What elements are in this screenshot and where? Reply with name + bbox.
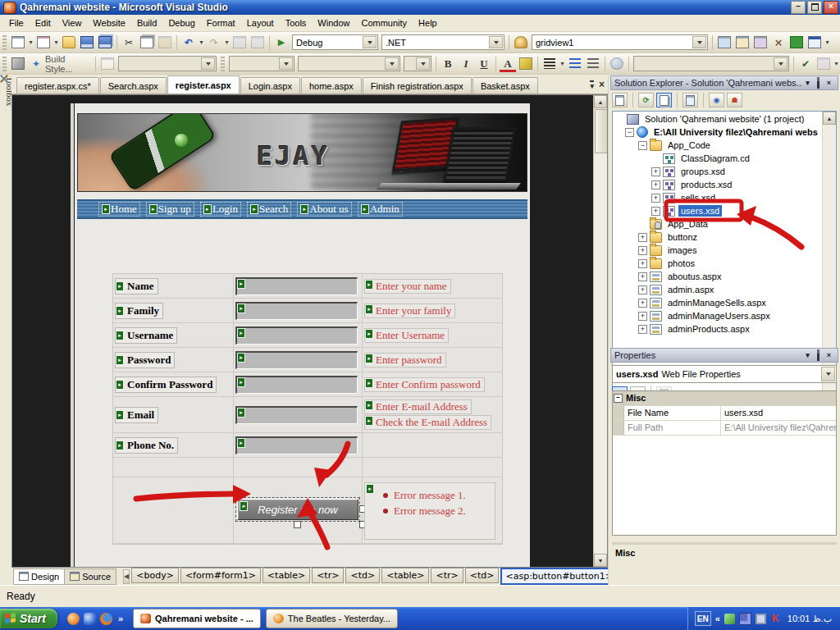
tag-path-button[interactable]: <table> (262, 568, 310, 583)
tree-item[interactable]: adminManageUsers.aspx (614, 309, 822, 322)
tag-path-button[interactable]: <td> (465, 568, 500, 583)
highlight-button[interactable] (518, 56, 534, 72)
close-document-icon[interactable]: × (599, 79, 605, 90)
open-file-icon[interactable] (61, 34, 77, 51)
document-tab[interactable]: Login.aspx (240, 77, 300, 94)
accessibility-icon[interactable]: ✔ (797, 56, 814, 72)
menu-item[interactable]: Layout (241, 16, 280, 30)
save-icon[interactable] (79, 34, 95, 51)
antivirus-tray-icon[interactable]: K (770, 614, 781, 624)
tree-expander-icon[interactable] (638, 246, 647, 255)
view-code-icon[interactable] (682, 93, 698, 107)
editor-vertical-scrollbar[interactable]: ▲ ▼ (593, 95, 607, 567)
tree-item[interactable]: App_Data (614, 217, 822, 231)
copy-website-icon[interactable]: ◉ (709, 93, 724, 107)
target-rule-select[interactable] (118, 56, 217, 71)
properties-icon[interactable] (612, 93, 628, 107)
toolbar-options-icon[interactable]: ▾ (824, 39, 831, 46)
tag-path-button[interactable]: <table> (381, 568, 429, 583)
document-tab[interactable]: home.aspx (301, 77, 362, 94)
auto-hide-pin-icon[interactable] (813, 78, 824, 89)
tag-path-button[interactable]: <form#form1> (180, 568, 261, 583)
font-size-select[interactable] (404, 56, 431, 71)
import-export-icon[interactable] (788, 34, 805, 51)
document-tab[interactable]: Search.aspx (100, 77, 167, 94)
language-indicator[interactable]: EN (695, 611, 711, 626)
restore-button[interactable] (807, 1, 822, 14)
tree-item[interactable]: E:\All University filez\Qahremani webs (614, 126, 822, 139)
tag-scroll-left-icon[interactable]: ◀ (123, 569, 130, 584)
tree-item[interactable]: admin.aspx (614, 283, 822, 296)
bullet-list-icon[interactable] (567, 56, 583, 72)
tree-expander-icon[interactable] (638, 299, 647, 308)
menu-item[interactable]: Build (131, 16, 162, 30)
field-label[interactable]: ▸ Name (115, 278, 158, 294)
taskbar-task-button[interactable]: The Beatles - Yesterday... (266, 609, 398, 628)
validator-message[interactable]: ▸ Check the E-mail Address (364, 415, 491, 430)
undo-dropdown[interactable]: ▾ (198, 39, 205, 46)
bold-button[interactable]: B (440, 56, 456, 72)
menu-item[interactable]: View (57, 16, 88, 30)
style-tool-icon[interactable] (10, 56, 26, 72)
quicklaunch-overflow-icon[interactable]: » (118, 614, 123, 623)
field-label[interactable]: ▸ Username (115, 327, 177, 344)
menu-item[interactable]: Website (87, 16, 131, 30)
design-view-button[interactable]: Design (14, 569, 65, 584)
tree-expander-icon[interactable] (651, 207, 660, 216)
aspnet-config-icon[interactable]: ☗ (727, 93, 742, 107)
minimize-button[interactable]: – (791, 1, 806, 14)
find-input[interactable]: gridview1 (532, 34, 708, 50)
nav-link[interactable]: ▸ Search (247, 202, 291, 217)
property-pages-icon[interactable] (734, 34, 751, 51)
menu-item[interactable]: Tools (280, 16, 313, 30)
cut-icon[interactable]: ✂ (121, 34, 137, 51)
navigate-forward-icon[interactable] (249, 34, 266, 51)
tree-item[interactable]: sells.xsd (614, 191, 822, 204)
redo-dropdown[interactable]: ▾ (223, 39, 231, 46)
nav-link[interactable]: ▸ Login (200, 202, 241, 217)
document-tab[interactable]: register.aspx (167, 75, 240, 94)
display-tray-icon[interactable] (756, 614, 766, 624)
apply-style-icon[interactable] (99, 56, 116, 72)
start-debug-icon[interactable]: ▶ (273, 34, 290, 51)
close-panel-icon[interactable]: × (824, 78, 834, 89)
close-button[interactable]: × (824, 1, 838, 14)
tree-expander-icon[interactable] (638, 259, 647, 268)
property-row[interactable]: File Name users.xsd (613, 406, 836, 421)
tag-path-button[interactable]: <asp:button#button1> (500, 568, 617, 585)
build-style-icon[interactable]: ✦ (28, 56, 44, 72)
scroll-up-icon[interactable]: ▲ (594, 95, 607, 108)
tree-expander-icon[interactable] (638, 312, 647, 321)
tag-path-button[interactable]: <td> (345, 568, 380, 583)
menu-item[interactable]: Edit (30, 16, 57, 30)
field-label[interactable]: ▸ Family (115, 303, 163, 319)
network-tray-icon[interactable] (739, 613, 751, 625)
tag-path-button[interactable]: <body> (131, 568, 179, 583)
validator-message[interactable]: ▸ Enter Username (364, 328, 449, 343)
toolbar-grip[interactable] (2, 35, 7, 50)
nav-link[interactable]: ▸ About us (297, 202, 351, 217)
toolbar-grip[interactable] (2, 57, 7, 71)
tree-item[interactable]: adminManageSells.aspx (614, 296, 822, 309)
document-tab[interactable]: register.aspx.cs* (16, 77, 99, 94)
format-painter-icon[interactable] (815, 56, 832, 72)
menu-item[interactable]: Window (312, 16, 355, 30)
messenger-quicklaunch-icon[interactable] (84, 613, 96, 625)
tree-expander-icon[interactable] (651, 194, 660, 203)
auto-hide-pin-icon[interactable] (813, 350, 824, 361)
align-left-icon[interactable] (541, 56, 558, 72)
resize-handle[interactable] (294, 521, 301, 528)
font-name-select[interactable] (298, 56, 400, 71)
firefox-quicklaunch-icon[interactable] (100, 613, 112, 625)
tree-item[interactable]: photos (614, 257, 822, 270)
form-textbox[interactable]: ▸ (235, 436, 358, 454)
tree-item[interactable]: aboutus.aspx (614, 270, 822, 283)
property-row[interactable]: Full Path E:\All University filez\Qahrem (613, 421, 836, 436)
tree-expander-icon[interactable] (638, 285, 647, 294)
menu-item[interactable]: File (3, 16, 30, 30)
refresh-icon[interactable]: ⟳ (638, 93, 654, 107)
nav-link[interactable]: ▸ Sign up (146, 202, 194, 217)
tools-icon[interactable]: ⨯ (770, 34, 787, 51)
tree-item[interactable]: buttonz (614, 231, 822, 244)
toolbox-strip[interactable]: Toolbox (0, 75, 12, 585)
